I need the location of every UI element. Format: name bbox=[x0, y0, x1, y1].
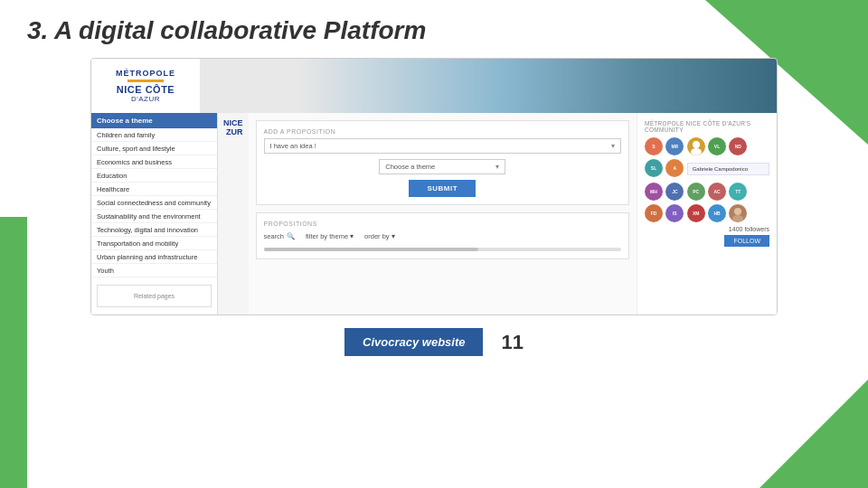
nice-line1: NICE bbox=[223, 118, 243, 127]
theme-dropdown-arrow: ▾ bbox=[495, 163, 499, 171]
idea-input-row: I have an idea ! ▾ bbox=[264, 138, 621, 154]
avatar-grid: S MR VL ND bbox=[645, 137, 769, 155]
sidebar-item-urban[interactable]: Urban planning and infrastructure bbox=[91, 250, 217, 264]
avatar-grid-2: SL A Gabriele Campodonico bbox=[645, 159, 769, 179]
by-theme-text: by theme bbox=[320, 232, 348, 240]
avatar-10: PC bbox=[687, 183, 705, 201]
filter-by-theme-button[interactable]: filter by theme ▾ bbox=[306, 232, 354, 240]
avatar-8: MH bbox=[645, 183, 663, 201]
order-label: order by bbox=[364, 232, 390, 240]
search-filter-row: search 🔍 filter by theme ▾ order by ▾ bbox=[264, 232, 621, 240]
slide-number: 11 bbox=[501, 331, 523, 354]
idea-dropdown-text: I have an idea ! bbox=[270, 142, 316, 150]
progress-bar bbox=[264, 248, 621, 251]
svg-point-2 bbox=[734, 208, 741, 215]
avatar-15: XM bbox=[687, 204, 705, 222]
avatar-photo bbox=[729, 204, 747, 222]
search-text: search bbox=[264, 232, 285, 240]
sidebar-item-culture[interactable]: Culture, sport and lifestyle bbox=[91, 142, 217, 155]
avatar-2: MR bbox=[665, 137, 684, 155]
order-by-button[interactable]: order by ▾ bbox=[364, 232, 395, 240]
add-proposition-label: ADD A PROPOSITION bbox=[264, 128, 621, 135]
add-proposition-section: ADD A PROPOSITION I have an idea ! ▾ Cho… bbox=[256, 120, 629, 205]
submit-button[interactable]: SUBMIT bbox=[409, 180, 476, 197]
logo-accent bbox=[127, 80, 164, 82]
avatar-6: SL bbox=[645, 159, 663, 177]
nice-label-column: NICE ZUR bbox=[218, 113, 249, 314]
idea-dropdown[interactable]: I have an idea ! ▾ bbox=[264, 138, 621, 154]
community-notification: Gabriele Campodonico bbox=[687, 163, 769, 175]
sidebar-item-sustainability[interactable]: Sustainability and the environment bbox=[91, 210, 217, 223]
avatar-5: ND bbox=[729, 137, 747, 155]
avatar-16: HB bbox=[708, 204, 726, 222]
search-box[interactable]: search 🔍 bbox=[264, 232, 296, 240]
sidebar-item-transportation[interactable]: Transportation and mobility bbox=[91, 237, 217, 250]
bg-decoration-bottom-right bbox=[760, 380, 868, 488]
follow-button[interactable]: FOLLOW bbox=[724, 235, 769, 247]
followers-count: 1400 followers bbox=[645, 226, 769, 232]
sidebar-item-children[interactable]: Children and family bbox=[91, 128, 217, 142]
logo: MÉTROPOLE NICE CÔTE D'AZUR bbox=[91, 59, 200, 113]
avatar-7: A bbox=[665, 159, 684, 177]
sidebar-item-economics[interactable]: Economics and business bbox=[91, 155, 217, 169]
logo-nice: NICE CÔTE bbox=[117, 84, 175, 95]
filter-label: filter bbox=[306, 232, 318, 240]
filter-arrow-icon: ▾ bbox=[350, 232, 354, 240]
avatar-1: S bbox=[645, 137, 663, 155]
left-sidebar: Choose a theme Children and family Cultu… bbox=[91, 113, 218, 314]
screenshot-frame: MÉTROPOLE NICE CÔTE D'AZUR Choose a them… bbox=[90, 58, 778, 315]
sidebar-item-social[interactable]: Social connectedness and community bbox=[91, 196, 217, 210]
svg-point-3 bbox=[732, 215, 743, 222]
sidebar-item-youth[interactable]: Youth bbox=[91, 264, 217, 277]
logo-metropole: MÉTROPOLE bbox=[116, 69, 175, 78]
propositions-section: PROPOSITIONS search 🔍 filter by theme ▾ bbox=[256, 212, 629, 259]
community-title: MÉTROPOLE NICE CÔTE D'AZUR'S COMMUNITY bbox=[645, 120, 769, 133]
notification-user: Gabriele Campodonico bbox=[693, 166, 748, 172]
propositions-label: PROPOSITIONS bbox=[264, 221, 621, 227]
idea-dropdown-arrow: ▾ bbox=[611, 142, 615, 150]
avatar-9: JC bbox=[665, 183, 684, 201]
bottom-section: Civocracy website 11 bbox=[27, 328, 841, 356]
avatar-11: AC bbox=[708, 183, 726, 201]
civocracy-button[interactable]: Civocracy website bbox=[344, 328, 483, 356]
main-area: Choose a theme Children and family Cultu… bbox=[91, 113, 777, 314]
avatar-grid-3: MH JC PC AC TT bbox=[645, 183, 769, 201]
logo-cote: D'AZUR bbox=[131, 95, 160, 103]
svg-point-0 bbox=[693, 141, 700, 148]
search-icon: 🔍 bbox=[287, 232, 295, 240]
banner: MÉTROPOLE NICE CÔTE D'AZUR bbox=[91, 59, 777, 113]
sidebar-header: Choose a theme bbox=[91, 113, 217, 128]
progress-bar-fill bbox=[264, 248, 478, 251]
sidebar-related-pages[interactable]: Related pages bbox=[97, 285, 212, 307]
nice-line2: ZUR bbox=[223, 127, 243, 136]
center-content: ADD A PROPOSITION I have an idea ! ▾ Cho… bbox=[249, 113, 637, 314]
sidebar-item-technology[interactable]: Technology, digital and innovation bbox=[91, 223, 217, 237]
right-community-panel: MÉTROPOLE NICE CÔTE D'AZUR'S COMMUNITY S… bbox=[637, 113, 777, 314]
avatar-3 bbox=[687, 137, 705, 155]
order-arrow-icon: ▾ bbox=[392, 232, 395, 240]
avatar-13: FD bbox=[645, 204, 663, 222]
theme-dropdown-text: Choose a theme bbox=[385, 163, 435, 171]
theme-dropdown[interactable]: Choose a theme ▾ bbox=[379, 159, 505, 174]
sidebar-item-education[interactable]: Education bbox=[91, 169, 217, 183]
avatar-14: IS bbox=[665, 204, 684, 222]
page-title: 3. A digital collaborative Platform bbox=[27, 16, 841, 45]
avatar-grid-4: FD IS XM HB bbox=[645, 204, 769, 222]
sidebar-item-healthcare[interactable]: Healthcare bbox=[91, 183, 217, 196]
avatar-4: VL bbox=[708, 137, 726, 155]
avatar-12: TT bbox=[729, 183, 747, 201]
svg-point-1 bbox=[691, 148, 702, 155]
